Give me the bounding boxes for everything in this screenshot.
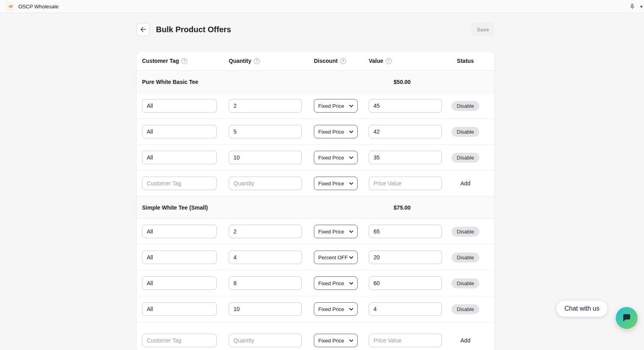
discount-select[interactable]: Fixed Price <box>314 99 358 113</box>
app-logo-icon: oc <box>6 2 14 10</box>
offers-table: Customer Tag Quantity Discount Value Sta… <box>136 51 494 350</box>
dot-icon <box>640 6 642 8</box>
help-icon[interactable] <box>181 58 187 64</box>
page-title: Bulk Product Offers <box>156 25 231 34</box>
quantity-input[interactable] <box>229 125 302 138</box>
quantity-input[interactable] <box>229 251 302 264</box>
add-button[interactable]: Add <box>458 180 473 187</box>
add-offer-row: Fixed Price Add <box>136 171 494 196</box>
discount-select[interactable]: Percent OFF <box>314 251 358 264</box>
product-row: Pure White Basic Tee $50.00 <box>136 71 494 93</box>
save-button[interactable]: Save <box>471 23 494 36</box>
product-name: Pure White Basic Tee <box>142 79 315 85</box>
quantity-input[interactable] <box>229 302 302 316</box>
discount-select[interactable]: Fixed Price <box>314 177 358 190</box>
value-input[interactable] <box>369 302 442 316</box>
disable-button[interactable]: Disable <box>451 153 479 163</box>
discount-select[interactable]: Fixed Price <box>314 151 358 164</box>
topbar: oc OSCP Wholesale <box>0 0 644 13</box>
value-input[interactable] <box>369 225 442 238</box>
value-input[interactable] <box>369 334 442 347</box>
disable-button[interactable]: Disable <box>451 101 479 111</box>
customer-tag-input[interactable] <box>142 225 217 238</box>
customer-tag-input[interactable] <box>142 151 217 164</box>
customer-tag-input[interactable] <box>142 302 217 316</box>
pin-icon[interactable] <box>629 3 636 10</box>
quantity-input[interactable] <box>229 225 302 238</box>
chat-bubble-icon <box>622 313 631 323</box>
table-header-row: Customer Tag Quantity Discount Value Sta… <box>136 51 494 71</box>
offer-row: Fixed Price Disable <box>136 270 494 296</box>
discount-select[interactable]: Fixed Price <box>314 225 358 238</box>
customer-tag-input[interactable] <box>142 276 217 290</box>
value-input[interactable] <box>369 125 442 138</box>
chevron-down-icon <box>349 282 353 285</box>
column-header-value: Value <box>369 58 383 64</box>
disable-button[interactable]: Disable <box>451 253 479 262</box>
value-input[interactable] <box>369 151 442 164</box>
chevron-down-icon <box>349 339 353 342</box>
value-input[interactable] <box>369 276 442 290</box>
app-name: OSCP Wholesale <box>18 4 58 10</box>
disable-button[interactable]: Disable <box>451 278 479 288</box>
customer-tag-input[interactable] <box>142 177 217 190</box>
offer-row: Fixed Price Disable <box>136 296 494 322</box>
customer-tag-input[interactable] <box>142 334 217 347</box>
disable-button[interactable]: Disable <box>451 127 479 137</box>
value-input[interactable] <box>369 99 442 113</box>
back-button[interactable] <box>136 23 150 36</box>
customer-tag-input[interactable] <box>142 125 217 138</box>
column-header-discount: Discount <box>314 58 338 64</box>
discount-select[interactable]: Fixed Price <box>314 302 358 316</box>
quantity-input[interactable] <box>229 177 302 190</box>
quantity-input[interactable] <box>229 334 302 347</box>
disable-button[interactable]: Disable <box>451 304 479 314</box>
product-row: Simple White Tee (Small) $75.00 <box>136 196 494 219</box>
chevron-down-icon <box>349 256 353 259</box>
help-icon[interactable] <box>386 58 392 64</box>
column-header-status: Status <box>457 58 474 64</box>
product-name: Simple White Tee (Small) <box>142 204 315 211</box>
product-price: $75.00 <box>394 204 411 211</box>
quantity-input[interactable] <box>229 151 302 164</box>
offer-row: Fixed Price Disable <box>136 145 494 171</box>
chevron-down-icon <box>349 156 353 159</box>
column-header-customer-tag: Customer Tag <box>142 58 179 64</box>
customer-tag-input[interactable] <box>142 99 217 113</box>
value-input[interactable] <box>369 177 442 190</box>
column-header-quantity: Quantity <box>229 58 251 64</box>
add-offer-row: Fixed Price Add <box>136 322 494 350</box>
discount-select[interactable]: Fixed Price <box>314 276 358 290</box>
value-input[interactable] <box>369 251 442 264</box>
disable-button[interactable]: Disable <box>451 227 479 237</box>
chevron-down-icon <box>349 230 353 233</box>
offer-row: Fixed Price Disable <box>136 119 494 145</box>
chevron-down-icon <box>349 130 353 133</box>
customer-tag-input[interactable] <box>142 251 217 264</box>
quantity-input[interactable] <box>229 276 302 290</box>
offer-row: Fixed Price Disable <box>136 93 494 119</box>
help-icon[interactable] <box>340 58 346 64</box>
chevron-down-icon <box>349 105 353 107</box>
add-button[interactable]: Add <box>458 337 473 344</box>
offer-row: Percent OFF Disable <box>136 245 494 270</box>
page-header: Bulk Product Offers Save <box>136 23 494 36</box>
quantity-input[interactable] <box>229 99 302 113</box>
chevron-down-icon <box>349 308 353 311</box>
discount-select[interactable]: Fixed Price <box>314 334 358 347</box>
discount-select[interactable]: Fixed Price <box>314 125 358 138</box>
chevron-down-icon <box>349 182 353 185</box>
offer-row: Fixed Price Disable <box>136 219 494 245</box>
chat-with-us-bubble[interactable]: Chat with us <box>556 301 607 317</box>
arrow-left-icon <box>140 26 147 33</box>
chat-launcher-button[interactable] <box>616 307 638 329</box>
product-price: $50.00 <box>394 79 411 85</box>
help-icon[interactable] <box>254 58 260 64</box>
